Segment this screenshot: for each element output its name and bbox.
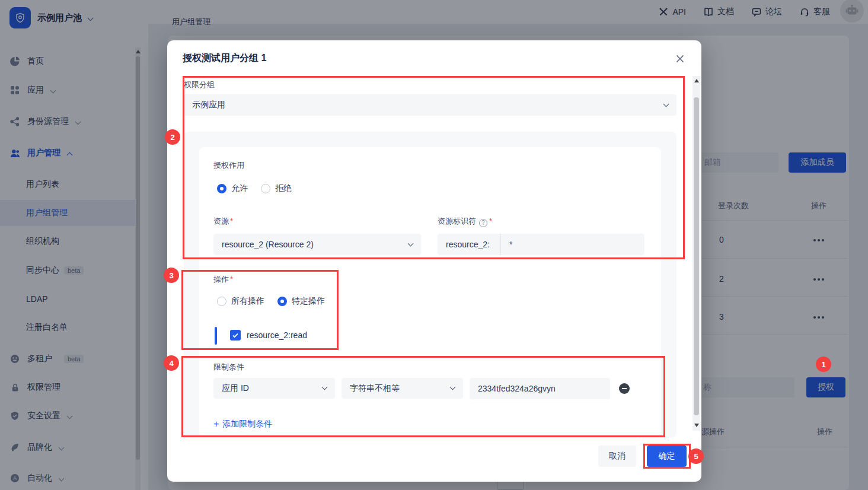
radio-deny-label[interactable]: 拒绝: [275, 183, 292, 194]
authorize-group-dialog: 授权测试用户分组 1 权限分组 示例应用 授权作用 允许 拒绝 资源* reso…: [167, 40, 701, 482]
resource-select[interactable]: resource_2 (Resource 2): [213, 234, 421, 255]
help-icon[interactable]: ?: [479, 219, 487, 227]
plus-icon: +: [213, 419, 219, 429]
annotation-badge-3: 3: [164, 268, 179, 283]
resource-label-text: 资源: [213, 217, 229, 225]
radio-deny[interactable]: [261, 184, 270, 193]
identifier-prefix: resource_2:: [438, 234, 501, 255]
radio-allow-label[interactable]: 允许: [231, 183, 248, 194]
action-label: 操作*: [213, 274, 233, 285]
identifier-input-group[interactable]: resource_2: *: [438, 234, 644, 255]
remove-condition-icon[interactable]: [619, 383, 630, 394]
resource-label: 资源*: [213, 216, 233, 227]
required-mark: *: [230, 217, 233, 225]
permission-group-label: 权限分组: [184, 79, 215, 90]
action-checkbox-label[interactable]: resource_2:read: [247, 330, 307, 340]
annotation-badge-5: 5: [688, 448, 704, 464]
annotation-badge-4: 4: [164, 355, 179, 371]
chevron-down-icon: [663, 101, 669, 107]
identifier-label: 资源标识符?*: [438, 216, 492, 227]
condition-operator-value: 字符串不相等: [350, 383, 400, 394]
identifier-label-text: 资源标识符: [438, 217, 476, 225]
identifier-value[interactable]: *: [501, 240, 512, 249]
permission-group-value: 示例应用: [192, 100, 225, 110]
check-icon: [232, 332, 239, 339]
cancel-button[interactable]: 取消: [598, 446, 636, 467]
radio-specific-actions-label[interactable]: 特定操作: [292, 296, 325, 307]
tree-active-indicator: [215, 327, 217, 345]
chevron-down-icon: [450, 384, 456, 390]
required-mark: *: [230, 275, 233, 284]
annotation-badge-2: 2: [165, 129, 180, 145]
modal-scrollbar-thumb[interactable]: [694, 97, 699, 415]
add-condition-label: 添加限制条件: [222, 419, 272, 429]
dialog-title: 授权测试用户分组 1: [183, 52, 266, 65]
effect-radio-group: 允许 拒绝: [217, 183, 292, 194]
permission-group-select[interactable]: 示例应用: [184, 94, 676, 116]
condition-value-input[interactable]: 2334tfed324a26gvyn: [470, 378, 610, 399]
radio-all-actions[interactable]: [217, 297, 226, 306]
radio-specific-actions-selected[interactable]: [277, 297, 287, 306]
radio-allow-selected[interactable]: [217, 184, 226, 193]
effect-label: 授权作用: [213, 160, 244, 171]
confirm-button[interactable]: 确定: [647, 446, 687, 467]
action-radio-group: 所有操作 特定操作: [217, 296, 325, 307]
condition-param-value: 应用 ID: [222, 383, 249, 394]
modal-scroll-down-arrow[interactable]: [694, 424, 699, 427]
required-mark: *: [489, 217, 492, 225]
condition-param-select[interactable]: 应用 ID: [213, 378, 335, 399]
modal-scroll-up-arrow[interactable]: [694, 79, 699, 82]
close-icon[interactable]: [675, 54, 686, 65]
radio-all-actions-label[interactable]: 所有操作: [231, 296, 264, 307]
condition-operator-select[interactable]: 字符串不相等: [342, 378, 463, 399]
app-root: 示例用户池 首页 应用 身份源管理 用户管理 用户列表 用户组管理: [0, 0, 868, 490]
conditions-label: 限制条件: [213, 362, 244, 373]
action-label-text: 操作: [213, 275, 229, 284]
add-condition-link[interactable]: + 添加限制条件: [213, 419, 272, 429]
chevron-down-icon: [408, 240, 414, 246]
resource-value: resource_2 (Resource 2): [222, 240, 314, 249]
chevron-down-icon: [322, 384, 328, 390]
annotation-badge-1: 1: [816, 357, 831, 372]
action-checkbox-checked[interactable]: [230, 330, 241, 341]
